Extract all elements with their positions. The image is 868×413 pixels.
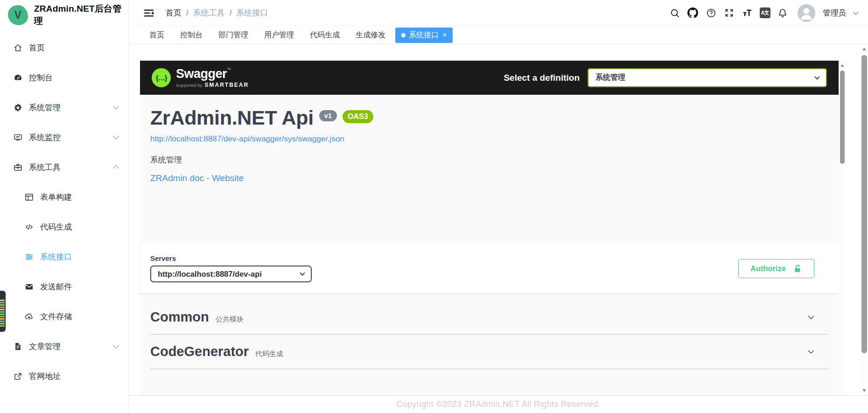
tab-sysapi[interactable]: 系统接口× — [395, 28, 453, 43]
chevron-down-icon — [113, 343, 119, 349]
sidebar-item-article-manage[interactable]: 文章管理 — [0, 331, 128, 361]
app-logo[interactable]: V ZRAdmin.NET后台管理 — [0, 0, 128, 30]
sidebar-menu: 首页控制台系统管理系统监控系统工具表单构建代码生成系统接口发送邮件文件存储文章管… — [0, 30, 128, 391]
swagger-topbar: {…} Swagger™ Supported by SMARTBEAR Sele… — [140, 61, 839, 95]
sidebar-item-label: 发送邮件 — [40, 281, 118, 292]
tabs-bar: 首页控制台部门管理用户管理代码生成生成修改系统接口× — [129, 26, 868, 44]
chevron-down-icon — [113, 104, 119, 110]
fullscreen-icon[interactable] — [723, 7, 735, 19]
tab-codegen[interactable]: 代码生成 — [304, 28, 346, 43]
sidebar-item-website[interactable]: 官网地址 — [0, 361, 128, 391]
scroll-up-arrow-icon[interactable] — [840, 64, 844, 67]
user-menu-caret-icon[interactable] — [853, 9, 858, 14]
form-icon — [24, 192, 34, 202]
sidebar-item-system-api[interactable]: 系统接口 — [0, 242, 128, 272]
external-link-icon — [13, 371, 23, 381]
sidebar-item-home[interactable]: 首页 — [0, 33, 128, 63]
tab-dept[interactable]: 部门管理 — [212, 28, 254, 43]
sidebar-fold-icon[interactable] — [143, 7, 154, 19]
swagger-word: Swagger — [176, 67, 227, 81]
sidebar-item-label: 表单构建 — [40, 192, 118, 203]
expand-chevron-icon[interactable] — [805, 312, 817, 323]
api-sections: Common公共模块CodeGenerator代码生成 — [140, 300, 846, 369]
page-scrollbar-thumb[interactable] — [861, 55, 867, 353]
search-icon[interactable] — [669, 7, 681, 19]
definition-select-value: 系统管理 — [595, 73, 625, 83]
help-icon[interactable] — [705, 7, 717, 19]
definition-select[interactable]: 系统管理 — [588, 68, 827, 87]
tab-label: 系统接口 — [409, 30, 439, 40]
swagger-scrollbar-thumb[interactable] — [840, 70, 845, 164]
widget-stripes — [0, 300, 5, 327]
api-section-code-generator[interactable]: CodeGenerator代码生成 — [150, 335, 828, 369]
left-edge-widget[interactable] — [0, 291, 6, 332]
sidebar-item-label: 系统管理 — [29, 102, 114, 113]
api-title: ZrAdmin.NET Api — [150, 106, 314, 129]
breadcrumb-home[interactable]: 首页 — [166, 7, 182, 18]
breadcrumb-separator: / — [186, 8, 189, 18]
sidebar-item-console[interactable]: 控制台 — [0, 63, 128, 92]
oas3-badge: OAS3 — [343, 110, 373, 123]
sidebar-item-label: 首页 — [29, 42, 118, 53]
github-icon[interactable] — [687, 7, 699, 19]
section-name: Common — [150, 309, 209, 325]
swagger-scrollbar[interactable] — [839, 61, 846, 395]
active-tab-dot — [401, 33, 406, 37]
section-description: 代码生成 — [255, 350, 283, 358]
tab-user[interactable]: 用户管理 — [258, 28, 300, 43]
sidebar-item-code-gen[interactable]: 代码生成 — [0, 212, 128, 242]
tab-label: 部门管理 — [218, 30, 248, 40]
avatar[interactable] — [798, 4, 815, 22]
section-name: CodeGenerator — [150, 344, 249, 359]
cloud-upload-icon — [24, 311, 34, 322]
logo-icon: V — [8, 5, 28, 25]
server-select[interactable]: http://localhost:8887/dev-api — [150, 266, 312, 282]
text-size-icon[interactable] — [742, 7, 754, 19]
code-icon — [24, 222, 34, 232]
authorize-button[interactable]: Authorize — [738, 259, 814, 278]
tab-label: 生成修改 — [356, 30, 385, 40]
logo-letter: V — [14, 9, 21, 21]
close-icon[interactable]: × — [442, 31, 447, 39]
tab-label: 用户管理 — [264, 30, 294, 40]
footer: Copyright ©2023 ZRAdmin.NET All Rights R… — [129, 395, 868, 413]
app-title: ZRAdmin.NET后台管理 — [34, 3, 128, 27]
widget-vents — [0, 292, 5, 300]
tab-console[interactable]: 控制台 — [174, 28, 209, 43]
translate-icon[interactable]: A文 — [760, 7, 770, 18]
doc-website-link[interactable]: ZRAdmin doc - Website — [150, 173, 244, 183]
sidebar-item-system-tools[interactable]: 系统工具 — [0, 152, 128, 182]
tab-label: 控制台 — [180, 30, 203, 40]
widget-foot — [0, 327, 5, 332]
sidebar-item-label: 控制台 — [29, 72, 118, 83]
sidebar-item-label: 文章管理 — [29, 341, 114, 352]
navbar-actions: A文 管理员 — [669, 4, 861, 22]
sidebar-item-label: 代码生成 — [40, 222, 118, 232]
sidebar-item-system-manage[interactable]: 系统管理 — [0, 92, 128, 122]
version-badge: v1 — [319, 110, 337, 121]
spec-url-link[interactable]: http://localhost:8887/dev-api/swagger/sy… — [150, 134, 344, 144]
sidebar-item-file-storage[interactable]: 文件存储 — [0, 301, 128, 331]
scroll-down-arrow-icon[interactable] — [862, 389, 866, 392]
sidebar-item-form-build[interactable]: 表单构建 — [0, 182, 128, 212]
current-user[interactable]: 管理员 — [823, 8, 847, 18]
servers-label: Servers — [150, 254, 312, 262]
sidebar-item-system-monitor[interactable]: 系统监控 — [0, 122, 128, 152]
scroll-up-arrow-icon[interactable] — [862, 48, 866, 50]
api-section-common[interactable]: Common公共模块 — [150, 300, 828, 335]
document-icon — [13, 341, 23, 351]
sidebar-item-send-mail[interactable]: 发送邮件 — [0, 272, 128, 301]
breadcrumb-system-tools[interactable]: 系统工具 — [193, 7, 225, 18]
tab-label: 首页 — [149, 30, 164, 40]
swagger-logo-icon: {…} — [152, 68, 171, 87]
bell-icon[interactable] — [777, 7, 789, 19]
page-scrollbar[interactable] — [861, 44, 868, 395]
expand-chevron-icon[interactable] — [805, 346, 817, 357]
sliders-icon — [24, 252, 34, 262]
tab-home[interactable]: 首页 — [143, 28, 170, 43]
api-info-section: ZrAdmin.NET Api v1 OAS3 http://localhost… — [140, 95, 846, 183]
tab-genedit[interactable]: 生成修改 — [350, 28, 392, 43]
breadcrumb-system-api[interactable]: 系统接口 — [236, 7, 268, 18]
sidebar: V ZRAdmin.NET后台管理 首页控制台系统管理系统监控系统工具表单构建代… — [0, 0, 129, 413]
tab-label: 代码生成 — [310, 30, 340, 40]
